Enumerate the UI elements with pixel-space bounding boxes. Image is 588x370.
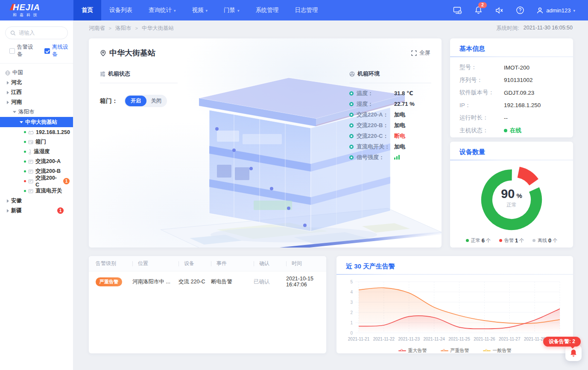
alarm-count-badge: 1 [57,207,64,214]
legend-line-marker-icon [483,349,491,353]
chart-legend-item-0[interactable]: 重大告警 [398,347,427,353]
tree-node-12[interactable]: 直流电开关 [0,186,73,196]
caret-right-icon [7,91,9,94]
nav-item-3[interactable]: 视频▾ [184,0,216,20]
info-label: IP： [459,102,504,109]
legend-dot-icon [532,239,535,242]
tree-node-7[interactable]: 箱门 [0,137,73,147]
system-time-label: 系统时间: [496,25,519,32]
nav-item-label: 视频 [192,6,204,14]
tree-node-1[interactable]: 河北 [0,78,73,87]
device-cell: 交流 220-C [178,278,211,286]
count-legend-item-0[interactable]: 正常6个 [466,237,491,244]
info-label: 软件版本号： [459,89,504,96]
door-close-option[interactable]: 关闭 [146,96,166,106]
nav-item-label: 查询统计 [149,6,172,14]
tree-node-3[interactable]: 河南 [0,97,73,107]
caret-down-icon [13,111,16,113]
info-value: GDJT.09.23 [504,90,534,96]
svg-text:2021-11-25: 2021-11-25 [448,337,470,341]
bell-icon[interactable]: 2 [474,6,483,15]
nav-item-label: 首页 [82,6,93,14]
env-label: 湿度： [357,100,394,108]
status-bullet-icon [349,123,354,128]
filter-1[interactable]: 离线设备 [44,44,73,58]
fullscreen-button[interactable]: 全屏 [411,49,430,57]
legend-label: 离线 [538,237,547,244]
breadcrumb: 河南省>洛阳市>中华大街基站 [89,25,174,32]
alarm-chart-title: 近 30 天产生告警 [336,256,573,275]
tree-node-2[interactable]: 江西 [0,87,73,97]
table-row[interactable]: 严重告警河南洛阳市中 ...交流 220-C断电告警已确认2021-10-15 … [89,271,326,292]
legend-label: 正常 [471,237,480,244]
tree-node-0[interactable]: 中国 [0,68,73,78]
tree-node-4[interactable]: 洛阳市 [0,107,73,117]
legend-count: 1 [515,237,518,244]
tree-node-5[interactable]: 中华大街基站 [0,117,73,127]
status-dot [24,131,26,133]
cabinet-status-title: 机箱状态 [108,70,130,78]
env-row-6: 信号强度： [349,154,431,160]
location-cell: 河南洛阳市中 ... [132,278,178,286]
env-label: 信号强度： [357,154,394,161]
module-icon [28,189,33,193]
filter-label: 告警设备 [17,44,38,58]
env-label: 交流220-A： [357,111,394,119]
search-box[interactable] [5,26,68,39]
basic-info-title: 基本信息 [450,38,573,57]
tree-node-label: 江西 [11,89,22,96]
filter-0[interactable]: 告警设备 [9,44,38,58]
station-card: 中华大街基站 全屏 机箱状态 箱门： 开启 关闭 机箱 [89,38,442,248]
tree-node-label: 交流200-A [35,158,61,165]
mute-icon[interactable] [494,6,504,15]
chart-legend-item-2[interactable]: 一般告警 [483,347,512,353]
status-dot [24,180,26,182]
count-legend-item-1[interactable]: 告警1个 [499,237,524,244]
nav-item-2[interactable]: 查询统计▾ [140,0,184,20]
logo-subtitle: 和嘉科技 [13,12,73,18]
help-icon[interactable] [515,6,525,15]
tree-node-8[interactable]: 温湿度 [0,147,73,157]
tree-node-label: 洛阳市 [18,108,35,116]
svg-text:2021-11-24: 2021-11-24 [423,337,445,341]
device-icon [28,130,34,134]
chart-legend-item-1[interactable]: 严重告警 [441,347,469,353]
env-row-5: 直流电开关：加电 [349,143,431,150]
info-row-3: IP：192.168.1.250 [459,102,564,109]
nav-item-1[interactable]: 设备列表 [101,0,140,20]
nav-item-6[interactable]: 日志管理 [287,0,326,20]
legend-unit: 个 [553,237,557,244]
tree-node-13[interactable]: 安徽 [0,196,73,206]
legend-unit: 个 [519,237,524,244]
nav-item-0[interactable]: 首页 [73,0,101,20]
door-open-option[interactable]: 开启 [125,96,146,106]
alarm-level-cell: 严重告警 [96,277,132,286]
tree-node-11[interactable]: 交流200-C1 [0,176,73,186]
column-header-2: 设备 [178,260,211,267]
user-menu[interactable]: admin123 ▾ [536,7,575,14]
tree-node-6[interactable]: 192.168.1.250 [0,127,73,137]
monitor-icon[interactable] [453,6,462,15]
search-input[interactable] [19,30,61,36]
svg-text:2021-11-28: 2021-11-28 [524,337,546,341]
column-header-1: 位置 [132,260,178,267]
tree-node-9[interactable]: 交流200-A [0,157,73,166]
checkbox-icon [9,48,15,54]
tree-node-14[interactable]: 新疆1 [0,206,73,216]
info-row-1: 序列号：910131002 [459,76,564,84]
nav-item-4[interactable]: 门禁▾ [216,0,248,20]
svg-text:1: 1 [350,320,353,325]
nav-item-5[interactable]: 系统管理 [248,0,287,20]
nav-item-label: 系统管理 [256,6,279,14]
tree-node-label: 直流电开关 [35,187,62,195]
logo-title: HEJIA [13,3,73,12]
caret-right-icon [7,81,9,84]
breadcrumb-item-1[interactable]: 洛阳市 [115,25,132,32]
nav-item-label: 设备列表 [109,6,132,14]
env-label: 交流220-B： [357,122,394,129]
breadcrumb-item-0[interactable]: 河南省 [89,25,105,32]
signal-bars-icon [394,155,400,160]
breadcrumb-item-2[interactable]: 中华大街基站 [142,25,174,32]
sliders-icon [100,71,105,77]
count-legend-item-2[interactable]: 离线0个 [532,237,557,244]
